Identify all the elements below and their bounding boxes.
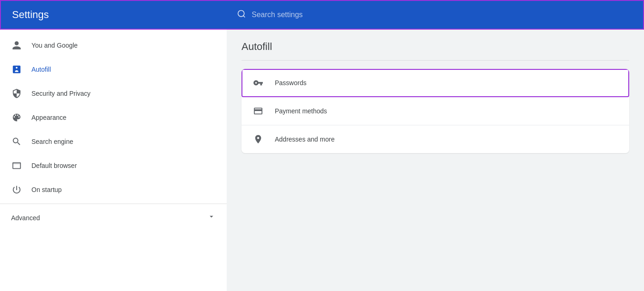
search-input[interactable] — [252, 11, 634, 19]
sidebar-label-search-engine: Search engine — [31, 138, 73, 145]
autofill-item-addresses[interactable]: Addresses and more — [242, 125, 629, 153]
search-engine-icon — [11, 136, 22, 147]
sidebar-item-you-and-google[interactable]: You and Google — [0, 33, 227, 57]
power-icon — [11, 184, 22, 195]
autofill-icon — [11, 64, 22, 75]
payment-methods-label: Payment methods — [275, 107, 327, 115]
main-layout: You and Google Autofill Security and Pri… — [0, 30, 644, 291]
sidebar: You and Google Autofill Security and Pri… — [0, 30, 227, 291]
sidebar-label-default-browser: Default browser — [31, 162, 77, 169]
credit-card-icon — [253, 105, 264, 117]
app-title: Settings — [12, 9, 49, 21]
passwords-label: Passwords — [275, 79, 306, 87]
svg-line-1 — [243, 15, 245, 17]
sidebar-divider — [0, 204, 227, 204]
search-area — [228, 9, 643, 21]
chevron-down-icon — [207, 212, 216, 223]
sidebar-item-appearance[interactable]: Appearance — [0, 105, 227, 130]
content-title: Autofill — [242, 41, 629, 53]
autofill-item-passwords[interactable]: Passwords — [242, 69, 629, 97]
key-icon — [253, 77, 264, 88]
app-header: Settings — [0, 0, 644, 30]
sidebar-label-you-and-google: You and Google — [31, 42, 78, 49]
advanced-label: Advanced — [11, 214, 202, 222]
browser-icon — [11, 160, 22, 171]
content-divider — [242, 60, 629, 61]
addresses-label: Addresses and more — [275, 136, 334, 143]
header-title-area: Settings — [1, 9, 228, 21]
content-area: Autofill Passwords Payment — [227, 30, 644, 291]
sidebar-item-autofill[interactable]: Autofill — [0, 57, 227, 81]
palette-icon — [11, 112, 22, 123]
autofill-item-payment-methods[interactable]: Payment methods — [242, 97, 629, 125]
sidebar-label-autofill: Autofill — [31, 66, 51, 73]
search-icon — [237, 9, 246, 21]
sidebar-label-appearance: Appearance — [31, 114, 67, 121]
person-icon — [11, 40, 22, 51]
sidebar-item-on-startup[interactable]: On startup — [0, 178, 227, 202]
sidebar-item-default-browser[interactable]: Default browser — [0, 154, 227, 178]
sidebar-label-on-startup: On startup — [31, 186, 62, 193]
location-icon — [253, 134, 264, 145]
shield-icon — [11, 88, 22, 99]
svg-point-0 — [238, 10, 244, 16]
autofill-card: Passwords Payment methods Addresse — [242, 69, 629, 153]
sidebar-label-security: Security and Privacy — [31, 90, 91, 97]
sidebar-item-search-engine[interactable]: Search engine — [0, 130, 227, 154]
sidebar-item-security-privacy[interactable]: Security and Privacy — [0, 81, 227, 105]
sidebar-item-advanced[interactable]: Advanced — [0, 206, 227, 229]
